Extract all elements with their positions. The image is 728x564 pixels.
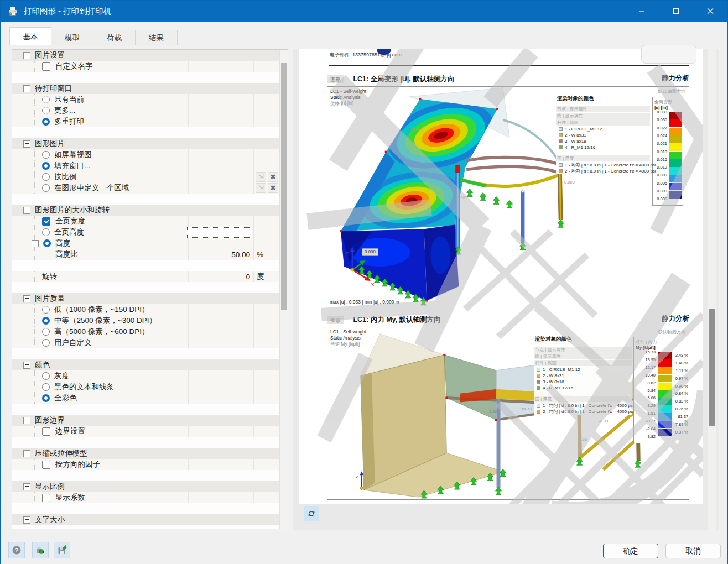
row-unit-cell <box>254 393 280 404</box>
full-page-width-checkbox[interactable] <box>42 217 50 226</box>
collapse-icon[interactable] <box>23 295 30 302</box>
cancel-button[interactable]: 取消 <box>665 544 721 558</box>
to-scale-radio[interactable] <box>42 173 50 181</box>
fill-window-radio[interactable] <box>42 162 50 170</box>
tab-results[interactable]: 结果 <box>136 30 178 45</box>
tab-basic[interactable]: 基本 <box>9 27 51 45</box>
ok-button[interactable]: 确定 <box>603 544 658 558</box>
objects-group-row: 节点 | 显示属性 <box>556 106 650 112</box>
panel-scrollbar[interactable] <box>279 50 288 529</box>
tab-model[interactable]: 模型 <box>51 30 93 45</box>
row-unit-cell <box>254 116 280 127</box>
preview-scrollbar[interactable] <box>708 49 716 530</box>
minimize-button[interactable] <box>625 1 659 22</box>
section-header-graphic-borders: 图形边界 <box>12 415 280 426</box>
objects-item-row: 4 - R_M1 12/16 <box>534 385 632 391</box>
tab-bar: 基本模型荷载结果 <box>9 27 178 45</box>
row-label: 按方向的因子 <box>55 459 100 469</box>
row-value-cell <box>188 171 254 182</box>
collapse-icon[interactable] <box>23 483 30 490</box>
quality-medium-radio-row: 中等（2500 像素，~300 DPI） <box>12 315 280 326</box>
collapse-icon[interactable] <box>23 450 30 457</box>
row-value-cell <box>188 382 254 393</box>
row-label: 低（1000 像素，~150 DPI） <box>54 305 149 315</box>
more-radio[interactable] <box>42 107 50 114</box>
as-screen-view-radio[interactable] <box>42 151 50 159</box>
legend-value: 0.033 <box>654 109 667 114</box>
border-settings-checkbox-row: 边界设置 <box>12 426 280 437</box>
objects-item-label: 1 - CIRCLE_M1 12 <box>543 367 580 372</box>
border-settings-checkbox[interactable] <box>42 427 50 436</box>
pick-region-icon[interactable]: ⇲ <box>256 183 266 193</box>
help-button[interactable]: ? <box>8 542 25 558</box>
grayscale-radio[interactable] <box>42 372 50 380</box>
display-factor-checkbox[interactable] <box>42 494 50 502</box>
row-unit-cell <box>254 149 280 160</box>
height-radio[interactable] <box>43 239 51 247</box>
preview-scrollbar-thumb[interactable] <box>709 309 715 426</box>
legend-color-cell <box>658 405 672 412</box>
row-value-cell <box>188 370 254 382</box>
origin-value-label: 0.000 <box>362 248 378 256</box>
full-page-height-radio[interactable] <box>42 228 50 236</box>
legend-value: 15.73 <box>636 349 656 354</box>
section-gap <box>12 72 280 83</box>
save-settings-button[interactable] <box>54 542 70 558</box>
collapse-icon[interactable] <box>32 240 39 247</box>
tab-load[interactable]: 荷载 <box>93 30 136 45</box>
export-settings-button[interactable] <box>32 542 49 558</box>
define-region-radio-row: 在图形中定义一个区域⇲✖ <box>12 182 280 194</box>
height-ratio-value[interactable]: 50.00 <box>231 250 253 259</box>
pick-region-icon[interactable]: ⇲ <box>256 172 266 182</box>
section-title: 显示比例 <box>35 482 65 492</box>
legend-value: 0.024 <box>654 133 667 138</box>
refresh-preview-button[interactable] <box>304 506 319 521</box>
section-gap <box>12 404 280 415</box>
collapse-icon[interactable] <box>23 207 30 214</box>
row-label-cell: 全页宽度 <box>12 216 188 227</box>
multiple-print-radio[interactable] <box>42 118 50 126</box>
direction-factor-checkbox[interactable] <box>42 461 50 469</box>
row-unit-cell: ⇲✖ <box>254 182 280 194</box>
objects-item-label: 3 - W 8x18 <box>565 139 586 144</box>
legend-title: 全局变形 <box>654 99 683 105</box>
color-swatch <box>537 386 540 390</box>
black-text-lines-radio[interactable] <box>42 383 50 391</box>
row-unit-cell: % <box>254 249 280 260</box>
objects-group-row: 节点 | 显示属性 <box>534 347 632 353</box>
custom-name-checkbox[interactable] <box>42 62 50 71</box>
collapse-icon[interactable] <box>23 85 30 92</box>
close-button[interactable] <box>693 1 727 22</box>
rotation-value[interactable]: 0 <box>246 273 253 281</box>
collapse-icon[interactable] <box>23 52 30 59</box>
define-region-radio[interactable] <box>42 184 50 192</box>
row-unit-cell <box>254 238 280 249</box>
quality-medium-radio[interactable] <box>42 317 50 325</box>
collapse-icon[interactable] <box>23 140 30 148</box>
row-unit-cell <box>254 304 280 315</box>
full-page-height-radio-input[interactable] <box>187 227 252 238</box>
objects-group-row: 线 | 显示属性 <box>534 353 632 359</box>
maximize-button[interactable] <box>659 1 693 22</box>
quality-custom-radio[interactable] <box>42 339 50 347</box>
quality-high-radio[interactable] <box>42 328 50 336</box>
legend-value: -0.27 <box>636 419 656 424</box>
panel-scrollbar-thumb[interactable] <box>281 63 287 310</box>
full-color-radio[interactable] <box>42 394 50 402</box>
row-label-cell: 高度 <box>12 238 188 249</box>
row-label-cell: 自定义名字 <box>12 61 188 72</box>
clear-icon[interactable]: ✖ <box>268 172 278 182</box>
render-value-label: -0.66 <box>578 437 587 442</box>
color-swatch <box>559 133 563 137</box>
legend-value: 10.40 <box>636 373 656 378</box>
collapse-icon[interactable] <box>23 362 30 369</box>
section-header-display-scale: 显示比例 <box>12 481 280 492</box>
clear-icon[interactable]: ✖ <box>268 183 278 193</box>
quality-low-radio[interactable] <box>42 306 50 314</box>
color-swatch <box>537 374 540 378</box>
collapse-icon[interactable] <box>23 516 30 524</box>
collapse-icon[interactable] <box>23 417 30 424</box>
legend-color-cell <box>669 152 682 159</box>
only-current-radio[interactable] <box>42 96 50 103</box>
legend-color-cell <box>658 398 672 405</box>
